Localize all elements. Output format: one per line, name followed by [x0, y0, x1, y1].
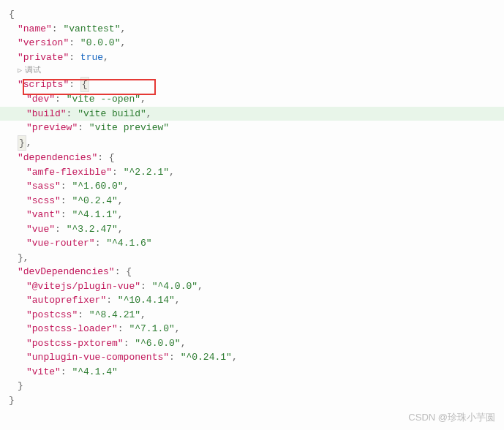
code-line: "vue-router": "^4.1.6" — [0, 236, 504, 251]
code-line: { — [0, 7, 504, 22]
code-line: }, — [0, 135, 504, 151]
codelens-debug[interactable]: ▷调试 — [0, 64, 504, 77]
code-line: "@vitejs/plugin-vue": "^4.0.0", — [0, 279, 504, 294]
code-line: } — [0, 393, 504, 408]
code-block: { "name": "vanttest", "version": "0.0.0"… — [0, 7, 504, 407]
code-line: "vant": "^4.1.1", — [0, 208, 504, 222]
code-line-dev: "dev": "vite --open", — [0, 92, 504, 107]
code-line: "scripts": { — [0, 77, 504, 93]
code-line: "devDependencies": { — [0, 265, 504, 279]
code-line: "postcss": "^8.4.21", — [0, 308, 504, 322]
play-icon: ▷ — [18, 65, 22, 76]
code-line: "name": "vanttest", — [0, 22, 504, 37]
watermark: CSDN @珍珠小芋圆 — [408, 410, 495, 425]
code-line: } — [0, 379, 504, 393]
code-line: "unplugin-vue-components": "^0.24.1", — [0, 350, 504, 365]
code-line: "version": "0.0.0", — [0, 36, 504, 50]
code-line: "postcss-loader": "^7.1.0", — [0, 322, 504, 336]
code-line: }, — [0, 251, 504, 265]
code-line: "dependencies": { — [0, 151, 504, 165]
code-line: "sass": "^1.60.0", — [0, 179, 504, 194]
code-line: "scss": "^0.2.4", — [0, 194, 504, 208]
code-line: "private": true, — [0, 50, 504, 65]
code-line: "preview": "vite preview" — [0, 121, 504, 135]
code-line: "postcss-pxtorem": "^6.0.0", — [0, 336, 504, 351]
code-line: "autoprefixer": "^10.4.14", — [0, 293, 504, 308]
code-line: "vite": "^4.1.4" — [0, 365, 504, 380]
code-line-highlighted: "build": "vite build", — [0, 107, 504, 121]
code-line: "vue": "^3.2.47", — [0, 222, 504, 237]
code-line: "amfe-flexible": "^2.2.1", — [0, 165, 504, 180]
